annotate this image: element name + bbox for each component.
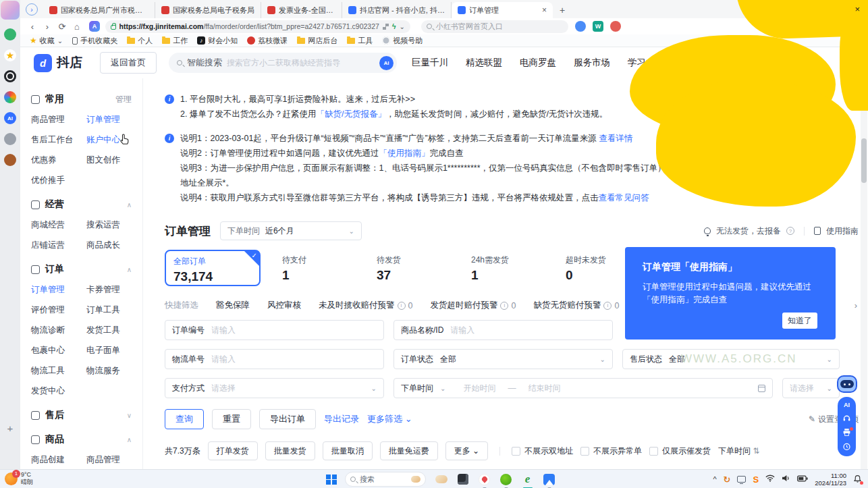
pay-method-select[interactable]: 支付方式 请选择 ⌄	[165, 378, 384, 398]
sidebar-item-logistics-service[interactable]: 物流服务	[86, 365, 142, 377]
bookmark-shop-admin[interactable]: 网店后台	[297, 36, 337, 46]
timer-icon[interactable]	[842, 442, 852, 452]
dock-colorful-app-icon[interactable]	[4, 91, 16, 103]
order-no-input[interactable]: 订单编号 请输入	[165, 320, 384, 340]
taskbar-mountain-app-icon[interactable]	[543, 473, 555, 486]
scroll-right-icon[interactable]: ›	[855, 300, 857, 310]
hide-abnormal-checkbox[interactable]: 不展示异常单	[580, 445, 642, 457]
aftersale-status-select[interactable]: 售后状态 全部 WWW.A5.ORG.CN ⌄	[622, 349, 840, 369]
sidebar-item-product-create[interactable]: 商品创建	[31, 454, 86, 466]
sidebar-item-product-mgmt[interactable]: 商品管理	[31, 114, 86, 126]
dock-gray-app-icon[interactable]	[4, 133, 16, 145]
more-filters-link[interactable]: 更多筛选 ⌄	[367, 413, 412, 425]
taskbar-files-app-icon[interactable]	[456, 473, 469, 486]
wifi-icon[interactable]	[765, 475, 775, 484]
sidebar-item-order-tools[interactable]: 订单工具	[86, 304, 142, 316]
quick-search-box[interactable]: 小红书官网首页入口	[421, 20, 568, 33]
dock-brown-app-icon[interactable]	[4, 154, 16, 166]
refresh-button[interactable]: ⟳	[55, 22, 69, 32]
customer-service-icon[interactable]	[842, 413, 852, 423]
calendar-icon[interactable]	[758, 385, 765, 392]
start-time-input[interactable]: 开始时间	[463, 383, 495, 394]
only-urge-ship-checkbox[interactable]: 仅展示催发货	[649, 445, 711, 457]
sidebar-item-package-center[interactable]: 包裹中心	[31, 345, 86, 356]
forward-button[interactable]: ›	[40, 22, 54, 32]
back-home-button[interactable]: 返回首页	[100, 52, 157, 74]
sidebar-item-shop-operate[interactable]: 店铺运营	[31, 240, 86, 251]
smart-search-input[interactable]: 智能搜索 搜索官方小二获取稀缺经营指导 AI	[169, 53, 397, 73]
filter-pickup-warning[interactable]: 未及时揽收赔付预警i0	[319, 300, 412, 311]
stat-pending-pay[interactable]: 待支付 1	[270, 250, 364, 286]
filter-ship-timeout-warning[interactable]: 发货超时赔付预警i0	[430, 300, 516, 311]
sidebar-item-account-center[interactable]: 账户中心	[86, 134, 142, 146]
taskbar-clock[interactable]: 11:002024/11/23	[815, 472, 846, 487]
bookmark-work[interactable]: 工作	[162, 36, 188, 46]
taskbar-search[interactable]: 搜索	[345, 472, 426, 487]
window-close-button[interactable]: ×	[855, 4, 860, 14]
back-button[interactable]: ‹	[26, 22, 39, 32]
usage-guide-button[interactable]: 使用指南	[826, 225, 859, 237]
manage-link[interactable]: 管理	[115, 94, 132, 105]
reset-button[interactable]: 重置	[212, 409, 251, 429]
stat-to-ship[interactable]: 待发货 37	[364, 250, 459, 286]
taskbar-map-pin-app-icon[interactable]	[478, 473, 491, 486]
product-name-input[interactable]: 商品名称/ID 请输入	[394, 320, 613, 340]
tab-tax-bureau-e[interactable]: 国家税务总局电子税务局	[155, 2, 261, 18]
dock-ai-app-icon[interactable]: AI	[4, 112, 16, 124]
scrollbar-thumb[interactable]	[861, 138, 867, 183]
nav-service-market[interactable]: 服务市场	[574, 57, 610, 69]
query-button[interactable]: 查询	[165, 409, 204, 429]
stat-24h-ship[interactable]: 24h需发货 1	[459, 250, 553, 286]
sidebar-item-ship-tools[interactable]: 发货工具	[86, 325, 142, 336]
sidebar-item-mall-operate[interactable]: 商城经营	[31, 219, 86, 231]
new-tab-button[interactable]: +	[560, 5, 565, 16]
extension-face-icon[interactable]	[575, 21, 586, 32]
bookmark-phone-folder[interactable]: 手机收藏夹	[72, 36, 117, 46]
bookmark-tools[interactable]: 工具	[347, 36, 373, 46]
start-button[interactable]	[326, 475, 336, 485]
sort-by-order-time[interactable]: 下单时间 ⇅	[718, 445, 759, 457]
assistant-robot-icon[interactable]	[837, 375, 857, 393]
bookmark-finance[interactable]: ♪ 财会小知	[197, 36, 238, 46]
dock-record-icon[interactable]	[4, 70, 16, 82]
chevron-up-icon[interactable]: ∧	[127, 201, 132, 209]
batch-cancel-button[interactable]: 批量取消	[323, 441, 373, 460]
address-dropdown-icon[interactable]: ⌄	[400, 23, 405, 30]
order-time-select[interactable]: 下单时间 近6个月 ⌄	[220, 221, 362, 240]
bookmark-favorites[interactable]: ★ 收藏 ⌄	[30, 36, 63, 46]
taskbar-browser-icon[interactable]: e	[521, 473, 534, 486]
sidebar-item-aftersale-bench[interactable]: 售后工作台	[31, 134, 86, 146]
nav-alliance[interactable]: 精选联盟	[466, 57, 502, 69]
export-log-link[interactable]: 导出记录	[324, 413, 359, 425]
filter-risk-audit[interactable]: 风控审核	[267, 300, 301, 311]
extra-select[interactable]: 请选择 ⌄	[782, 378, 840, 398]
sidebar-item-order-mgmt[interactable]: 订单管理	[86, 114, 142, 126]
printer-icon[interactable]	[842, 428, 852, 437]
chevron-up-icon[interactable]: ∧	[127, 266, 132, 273]
sidebar-item-order-management[interactable]: 订单管理	[31, 284, 86, 296]
tray-expand-icon[interactable]: ^	[713, 475, 716, 483]
taskbar-weather-app-icon[interactable]	[435, 473, 447, 486]
view-details-link[interactable]: 查看详情	[599, 134, 632, 143]
cannot-ship-report-link[interactable]: 无法发货，去报备	[716, 225, 781, 237]
volume-icon[interactable]	[782, 475, 790, 484]
nav-qianchuan[interactable]: 巨量千川	[412, 57, 448, 69]
dock-add-button[interactable]: +	[7, 423, 13, 434]
tab-order-management[interactable]: d 订单管理 ×	[452, 2, 553, 18]
export-orders-button[interactable]: 导出订单	[259, 409, 316, 429]
home-button[interactable]: ⌂	[70, 22, 84, 32]
battery-icon[interactable]	[797, 475, 808, 484]
order-time-range[interactable]: 下单时间 ⌄ 开始时间 — 结束时间	[394, 378, 773, 398]
dock-favorites-star-icon[interactable]: ★	[4, 49, 16, 61]
end-time-input[interactable]: 结束时间	[528, 383, 560, 394]
question-icon[interactable]: ?	[786, 227, 794, 235]
sidebar-item-product-manage[interactable]: 商品管理	[86, 454, 142, 466]
notification-bell-icon[interactable]	[853, 475, 863, 484]
tray-sync-icon[interactable]: ↻	[724, 475, 731, 485]
extension-pin-icon[interactable]	[610, 21, 621, 32]
extension-wps-icon[interactable]: W	[593, 21, 603, 32]
tab-doudian-home[interactable]: d 抖店官网 - 抖音小店, 抖音电商	[342, 2, 452, 18]
filter-exemption[interactable]: 豁免保障	[216, 300, 250, 311]
sidebar-item-e-waybill[interactable]: 电子面单	[86, 345, 142, 356]
filter-shortage-warning[interactable]: 缺货无货赔付预警i0	[533, 300, 619, 311]
